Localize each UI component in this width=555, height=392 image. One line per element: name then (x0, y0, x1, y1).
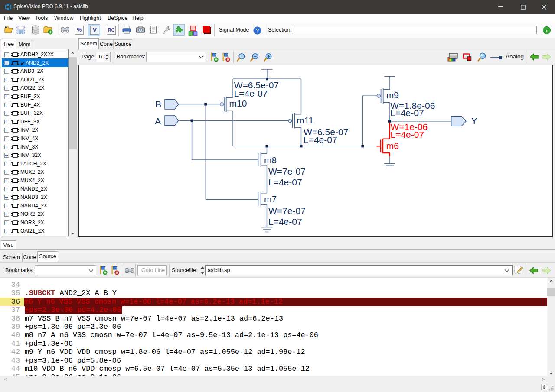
svg-text:L=4e-07: L=4e-07 (304, 135, 337, 145)
svg-text:W=7e-07: W=7e-07 (268, 166, 306, 176)
svg-text:A: A (155, 116, 161, 126)
svg-text:L=4e-07: L=4e-07 (390, 108, 424, 118)
svg-text:Y: Y (471, 116, 477, 126)
svg-text:m10: m10 (229, 98, 247, 108)
svg-text:L=4e-07: L=4e-07 (234, 88, 268, 98)
svg-text:m9: m9 (386, 90, 399, 100)
svg-text:m7: m7 (264, 194, 277, 204)
svg-text:L=4e-07: L=4e-07 (268, 177, 302, 187)
svg-text:m6: m6 (386, 141, 399, 151)
svg-text:L=4e-07: L=4e-07 (268, 217, 302, 227)
svg-text:W=7e-07: W=7e-07 (268, 206, 306, 216)
svg-text:L=4e-07: L=4e-07 (391, 130, 424, 139)
svg-text:m11: m11 (297, 115, 313, 125)
svg-text:m8: m8 (264, 155, 277, 165)
svg-text:?: ? (256, 27, 259, 33)
svg-text:B: B (155, 99, 161, 109)
